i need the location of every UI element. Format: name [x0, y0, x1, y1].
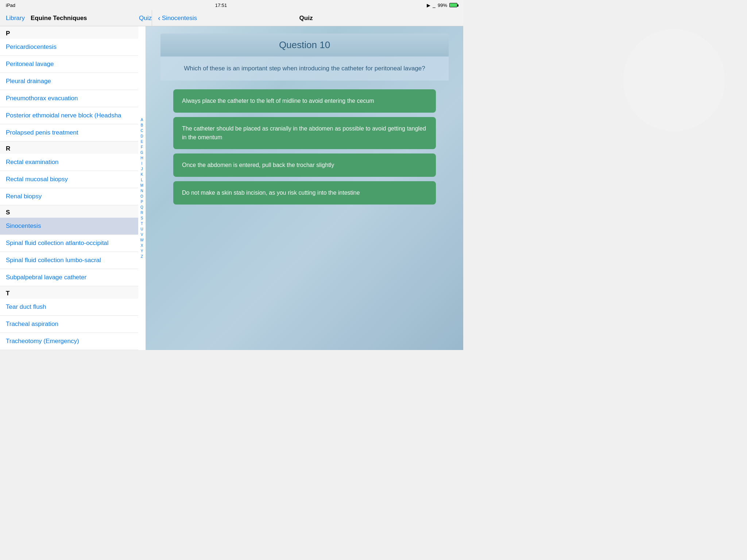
alpha-index: ABCDEFGHIJKLMNOPQRSTUVWXYZ: [138, 26, 146, 350]
back-label: Sinocentesis: [162, 15, 197, 22]
question-text: Which of these is an important step when…: [160, 57, 449, 81]
main-content: PPericardiocentesisPeritoneal lavagePleu…: [0, 26, 463, 350]
alpha-letter-p[interactable]: P: [141, 199, 143, 205]
nav-bar-right: ‹ Sinocentesis Quiz: [152, 14, 457, 22]
sidebar-item[interactable]: Prolapsed penis treatment: [0, 124, 138, 141]
alpha-letter-f[interactable]: F: [141, 145, 143, 150]
sidebar-item-label: Rectal examination: [6, 159, 59, 166]
sidebar-item[interactable]: Pericardiocentesis: [0, 39, 138, 56]
sidebar-item-label: Tracheotomy (Emergency): [6, 338, 79, 345]
alpha-letter-w[interactable]: W: [140, 238, 143, 243]
battery-percent: 99%: [438, 3, 447, 8]
sidebar-item[interactable]: Posterior ethmoidal nerve block (Headsha: [0, 107, 138, 124]
right-panel-title: Quiz: [299, 15, 313, 22]
right-panel: Question 10 Which of these is an importa…: [146, 26, 463, 350]
status-time: 17:51: [215, 3, 227, 8]
alpha-letter-c[interactable]: C: [140, 128, 143, 133]
nav-title: Equine Techniques: [31, 15, 87, 22]
library-button[interactable]: Library: [6, 15, 25, 22]
alpha-letter-b[interactable]: B: [141, 123, 143, 128]
sidebar-item-label: Sinocentesis: [6, 222, 41, 230]
answer-button-4[interactable]: Do not make a skin stab incision, as you…: [173, 181, 436, 205]
alpha-letter-n[interactable]: N: [140, 188, 143, 194]
alpha-letter-q[interactable]: Q: [140, 205, 143, 210]
alpha-letter-h[interactable]: H: [140, 156, 143, 161]
question-header: Question 10: [160, 34, 449, 57]
sidebar-item[interactable]: Spinal fluid collection lumbo-sacral: [0, 252, 138, 269]
nav-bar-left: Library Equine Techniques Quiz: [6, 15, 152, 22]
answer-button-2[interactable]: The catheter should be placed as cranial…: [173, 117, 436, 149]
back-chevron-icon: ‹: [158, 14, 160, 22]
sidebar-list: PPericardiocentesisPeritoneal lavagePleu…: [0, 26, 146, 350]
nav-bar: Library Equine Techniques Quiz ‹ Sinocen…: [0, 10, 463, 26]
sidebar-item[interactable]: Spinal fluid collection atlanto-occipita…: [0, 235, 138, 252]
sidebar-item-label: Rectal mucosal biopsy: [6, 176, 68, 183]
sidebar-item-label: Tear duct flush: [6, 303, 46, 311]
quiz-button[interactable]: Quiz: [139, 15, 152, 22]
sidebar-item-label: Prolapsed penis treatment: [6, 129, 78, 136]
section-header-s: S: [0, 205, 138, 218]
alpha-letter-a[interactable]: A: [141, 117, 143, 122]
location-icon: ▶: [427, 3, 430, 8]
quiz-content: Question 10 Which of these is an importa…: [160, 34, 449, 205]
alpha-letter-v[interactable]: V: [141, 232, 143, 237]
back-button[interactable]: ‹ Sinocentesis: [158, 14, 197, 22]
sidebar-item[interactable]: Rectal examination: [0, 154, 138, 171]
status-device: iPad: [6, 3, 15, 8]
alpha-letter-m[interactable]: M: [140, 183, 143, 188]
sidebar-item[interactable]: Subpalpebral lavage catheter: [0, 269, 138, 286]
alpha-letter-s[interactable]: S: [141, 216, 143, 221]
alpha-letter-e[interactable]: E: [141, 139, 143, 144]
alpha-letter-r[interactable]: R: [140, 210, 143, 215]
sidebar-item-label: Spinal fluid collection lumbo-sacral: [6, 257, 101, 264]
sidebar-item[interactable]: Renal biopsy: [0, 188, 138, 205]
sidebar-item-label: Pneumothorax evacuation: [6, 95, 78, 102]
question-number: Question 10: [168, 39, 441, 51]
answers-container: Always place the catheter to the left of…: [173, 89, 436, 205]
section-header-r: R: [0, 141, 138, 154]
sidebar-item[interactable]: Pneumothorax evacuation: [0, 90, 138, 107]
sidebar-item-label: Spinal fluid collection atlanto-occipita…: [6, 240, 109, 247]
sidebar-item[interactable]: Rectal mucosal biopsy: [0, 171, 138, 188]
alpha-letter-x[interactable]: X: [141, 243, 143, 248]
sidebar-item[interactable]: Peritoneal lavage: [0, 56, 138, 73]
sidebar-item-label: Renal biopsy: [6, 193, 42, 200]
alpha-letter-i[interactable]: I: [142, 161, 143, 166]
sidebar-item-label: Posterior ethmoidal nerve block (Headsha: [6, 112, 121, 119]
sidebar-item[interactable]: Pleural drainage: [0, 73, 138, 90]
sidebar-item-label: Pleural drainage: [6, 78, 51, 85]
sidebar-item[interactable]: Tracheal aspiration: [0, 316, 138, 333]
alpha-letter-g[interactable]: G: [140, 150, 143, 155]
alpha-letter-d[interactable]: D: [140, 134, 143, 139]
alpha-letter-j[interactable]: J: [141, 167, 143, 172]
answer-button-1[interactable]: Always place the catheter to the left of…: [173, 89, 436, 113]
section-header-t: T: [0, 286, 138, 299]
alpha-letter-z[interactable]: Z: [141, 254, 143, 259]
alpha-letter-k[interactable]: K: [141, 172, 143, 177]
alpha-letter-y[interactable]: Y: [141, 249, 143, 254]
answer-button-3[interactable]: Once the abdomen is entered, pull back t…: [173, 153, 436, 177]
sidebar-item[interactable]: Tracheotomy (Emergency): [0, 333, 138, 350]
section-header-p: P: [0, 26, 138, 39]
sidebar-item-label: Subpalpebral lavage catheter: [6, 274, 86, 281]
sidebar-item-label: Pericardiocentesis: [6, 43, 57, 51]
sidebar-item-label: Tracheal aspiration: [6, 320, 58, 328]
bluetooth-icon: ⎯: [433, 3, 436, 8]
sidebar-item[interactable]: Sinocentesis: [0, 218, 138, 235]
alpha-letter-t[interactable]: T: [141, 221, 143, 226]
status-right: ▶ ⎯ 99%: [427, 3, 457, 8]
status-bar: iPad 17:51 ▶ ⎯ 99%: [0, 0, 463, 10]
sidebar-item-label: Peritoneal lavage: [6, 61, 54, 68]
alpha-letter-u[interactable]: U: [140, 227, 143, 232]
sidebar: PPericardiocentesisPeritoneal lavagePleu…: [0, 26, 146, 350]
battery-icon: [449, 3, 457, 7]
alpha-letter-l[interactable]: L: [141, 178, 143, 183]
sidebar-item[interactable]: Tear duct flush: [0, 299, 138, 316]
alpha-letter-o[interactable]: O: [140, 194, 143, 199]
